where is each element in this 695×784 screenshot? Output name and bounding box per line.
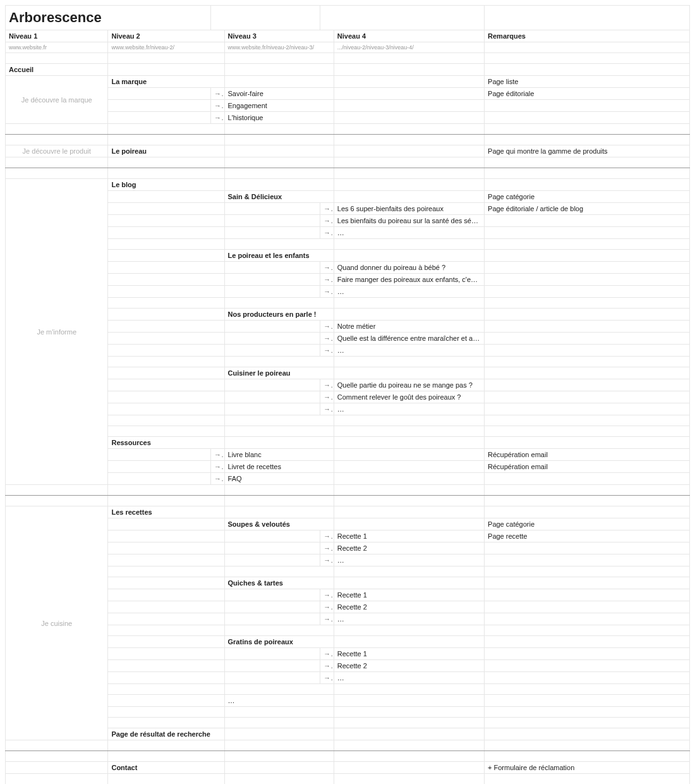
arrow-icon: → xyxy=(210,473,224,485)
ellipsis: … xyxy=(334,672,484,684)
n3-engagement: Engagement xyxy=(224,100,334,112)
n3-producteurs: Nos producteurs en parle ! xyxy=(224,309,334,321)
rem-recup-email: Récupération email xyxy=(485,449,690,461)
arrow-icon: → xyxy=(320,203,334,215)
n2-le-poireau: Le poireau xyxy=(108,145,224,157)
ellipsis: … xyxy=(334,403,484,415)
arrow-icon: → xyxy=(320,601,334,613)
n4-gout: Comment relever le goût des poireaux ? xyxy=(334,391,484,403)
rem-page-liste: Page liste xyxy=(485,76,690,88)
arrow-icon: → xyxy=(320,379,334,391)
n2-les-recettes: Les recettes xyxy=(108,506,224,518)
arrow-icon: → xyxy=(320,589,334,601)
arrow-icon: → xyxy=(210,112,224,124)
n4-partie: Quelle partie du poireau ne se mange pas… xyxy=(334,379,484,391)
url-n2: www.website.fr/niveau-2/ xyxy=(108,42,224,53)
col-header-n1: Niveau 1 xyxy=(6,30,108,42)
arrow-icon: → xyxy=(210,100,224,112)
n4-seniors: Les bienfaits du poireau sur la santé de… xyxy=(334,215,484,227)
url-n3: www.website.fr/niveau-2/niveau-3/ xyxy=(224,42,334,53)
arrow-icon: → xyxy=(320,391,334,403)
arrow-icon: → xyxy=(320,648,334,660)
url-n1: www.website.fr xyxy=(6,42,108,53)
arrow-icon: → xyxy=(320,215,334,227)
arrow-icon: → xyxy=(320,530,334,542)
n4-r1c: Recette 1 xyxy=(334,648,484,660)
n3-historique: L'historique xyxy=(224,112,334,124)
n4-r1: Recette 1 xyxy=(334,530,484,542)
n4-r2: Recette 2 xyxy=(334,542,484,554)
n1-decouvre-marque: Je découvre la marque xyxy=(6,76,108,124)
rem-page-recette: Page recette xyxy=(485,530,690,542)
arrow-icon: → xyxy=(210,461,224,473)
ellipsis: … xyxy=(334,554,484,567)
ellipsis: … xyxy=(334,227,484,239)
rem-page-cat: Page catégorie xyxy=(485,191,690,203)
col-header-n3: Niveau 3 xyxy=(224,30,334,42)
sitemap-table: Arborescence Niveau 1 Niveau 2 Niveau 3 … xyxy=(5,5,690,784)
n4-metier: Notre métier xyxy=(334,321,484,333)
arrow-icon: → xyxy=(320,672,334,684)
arrow-icon: → xyxy=(320,286,334,298)
arrow-icon: → xyxy=(320,542,334,554)
ellipsis: … xyxy=(334,345,484,357)
rem-reclamation: + Formulaire de réclamation xyxy=(485,762,690,774)
rem-page-cat2: Page catégorie xyxy=(485,518,690,530)
n3-enfants: Le poireau et les enfants xyxy=(224,250,334,262)
arrow-icon: → xyxy=(320,613,334,625)
arrow-icon: → xyxy=(320,403,334,415)
arrow-icon: → xyxy=(320,262,334,274)
rem-gamme: Page qui montre la gamme de produits xyxy=(485,145,690,157)
n1-decouvre-produit: Je découvre le produit xyxy=(6,145,108,157)
n1-accueil: Accueil xyxy=(6,64,108,76)
n3-sain: Sain & Délicieux xyxy=(224,191,334,203)
n4-diff: Quelle est la différence entre maraîcher… xyxy=(334,333,484,345)
n2-recherche: Page de résultat de recherche xyxy=(108,728,224,740)
n2-contact: Contact xyxy=(108,762,224,774)
n4-r2b: Recette 2 xyxy=(334,601,484,613)
col-header-n4: Niveau 4 xyxy=(334,30,484,42)
page-title: Arborescence xyxy=(6,6,211,30)
n3-livre-blanc: Livre blanc xyxy=(224,449,334,461)
arrow-icon: → xyxy=(210,88,224,100)
n3-ellipsis: … xyxy=(224,695,334,707)
n4-r1b: Recette 1 xyxy=(334,589,484,601)
n3-cuisiner: Cuisiner le poireau xyxy=(224,367,334,379)
arrow-icon: → xyxy=(210,449,224,461)
rem-page-blog: Page éditoriale / article de blog xyxy=(485,203,690,215)
ellipsis: … xyxy=(334,613,484,625)
arrow-icon: → xyxy=(320,333,334,345)
arrow-icon: → xyxy=(320,227,334,239)
rem-page-edit: Page éditoriale xyxy=(485,88,690,100)
ellipsis: … xyxy=(334,286,484,298)
n3-livret: Livret de recettes xyxy=(224,461,334,473)
n2-le-blog: Le blog xyxy=(108,179,224,191)
arrow-icon: → xyxy=(320,554,334,567)
n4-bebe: Quand donner du poireau à bébé ? xyxy=(334,262,484,274)
col-header-n2: Niveau 2 xyxy=(108,30,224,42)
url-n4: .../niveau-2/niveau-3/niveau-4/ xyxy=(334,42,484,53)
arrow-icon: → xyxy=(320,274,334,286)
n1-cuisine: Je cuisine xyxy=(6,506,108,740)
n4-bienfaits6: Les 6 super-bienfaits des poireaux xyxy=(334,203,484,215)
n2-la-marque: La marque xyxy=(108,76,224,88)
n3-quiches: Quiches & tartes xyxy=(224,577,334,589)
n3-faq: FAQ xyxy=(224,473,334,485)
arrow-icon: → xyxy=(320,321,334,333)
n3-soupes: Soupes & veloutés xyxy=(224,518,334,530)
n4-enfants-facile: Faire manger des poireaux aux enfants, c… xyxy=(334,274,484,286)
rem-recup-email2: Récupération email xyxy=(485,461,690,473)
arrow-icon: → xyxy=(320,345,334,357)
arrow-icon: → xyxy=(320,660,334,672)
n3-gratins: Gratins de poireaux xyxy=(224,636,334,648)
n1-minforme: Je m'informe xyxy=(6,179,108,485)
col-header-rem: Remarques xyxy=(485,30,690,42)
n3-savoir-faire: Savoir-faire xyxy=(224,88,334,100)
n2-ressources: Ressources xyxy=(108,437,224,449)
n4-r2c: Recette 2 xyxy=(334,660,484,672)
